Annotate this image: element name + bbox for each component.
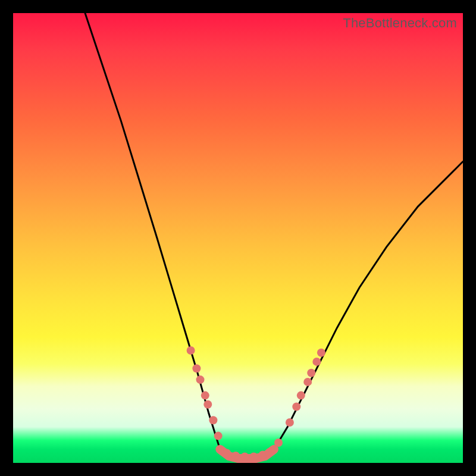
marker-dot: [209, 416, 217, 424]
marker-dot: [286, 418, 294, 427]
marker-dot: [187, 346, 195, 355]
marker-dot: [203, 400, 212, 409]
marker-dot: [192, 364, 201, 372]
chart-plot-area: TheBottleneck.com: [13, 13, 463, 463]
marker-dot: [297, 392, 305, 400]
marker-layer: [187, 346, 325, 461]
marker-dot: [303, 378, 312, 386]
marker-dot: [196, 375, 205, 384]
chart-frame: TheBottleneck.com: [0, 0, 476, 476]
marker-dot: [312, 358, 321, 366]
marker-dot: [231, 452, 240, 460]
marker-dot: [201, 392, 209, 400]
marker-dot: [240, 452, 249, 461]
bottleneck-curve: [85, 13, 463, 458]
marker-dot: [223, 449, 231, 457]
chart-svg: [13, 13, 463, 463]
curve-layer: [85, 13, 463, 458]
marker-dot: [292, 403, 300, 411]
marker-dot: [250, 452, 258, 461]
marker-dot: [317, 349, 325, 357]
marker-dot: [214, 432, 223, 440]
marker-dot: [274, 439, 283, 447]
marker-dot: [265, 448, 274, 456]
marker-dot: [307, 369, 315, 377]
